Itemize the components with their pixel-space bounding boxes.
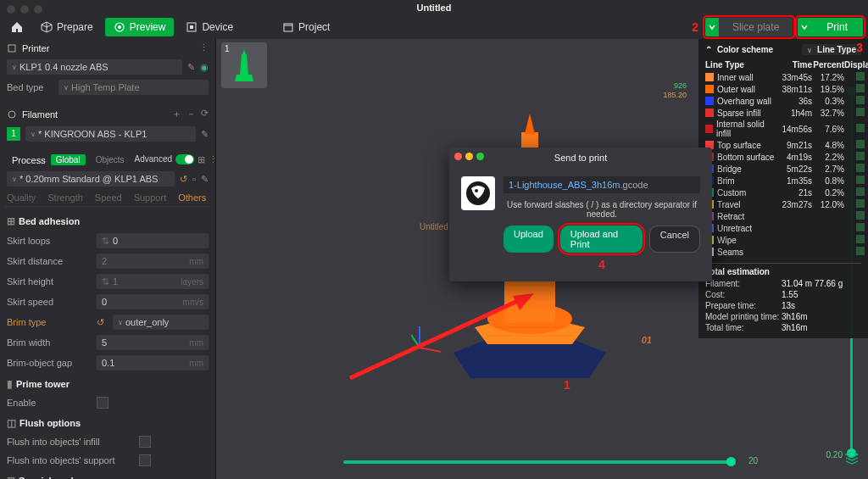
tab-preview[interactable]: Preview <box>105 18 175 36</box>
reset-icon[interactable]: ↺ <box>97 317 104 328</box>
remove-filament-button[interactable]: － <box>186 108 196 120</box>
skirt-speed-input[interactable]: 0mm/s <box>97 294 209 309</box>
est-prep-v: 13s <box>782 301 795 310</box>
layer-view-icon[interactable] <box>844 450 860 469</box>
window-traffic-lights <box>7 5 42 14</box>
tab-speed[interactable]: Speed <box>95 192 122 203</box>
display-checkbox[interactable] <box>856 152 865 160</box>
collapse-icon[interactable]: ⌃ <box>705 45 712 54</box>
compare-icon[interactable]: ⊞ <box>198 154 205 165</box>
display-checkbox[interactable] <box>856 199 865 208</box>
filament-select[interactable]: ∨* KINGROON ABS - KLP1 <box>25 126 196 142</box>
printer-select[interactable]: ∨KLP1 0.4 nozzle ABS <box>7 59 182 75</box>
scheme-row: Outer wall38m11s19.5% <box>705 83 861 95</box>
tab-support[interactable]: Support <box>134 192 167 203</box>
brim-type-select[interactable]: ∨outer_only <box>113 315 209 330</box>
filename-input[interactable]: 1-Lighthouse_ABS_3h16m.gcode <box>504 176 700 193</box>
display-checkbox[interactable] <box>856 211 865 220</box>
print-button[interactable]: Print <box>798 18 863 36</box>
process-select[interactable]: ∨* 0.20mm Standard @ KLP1 ABS <box>7 171 175 187</box>
moves-horizontal-slider[interactable]: 20 <box>343 457 732 467</box>
flush-infill-checkbox[interactable] <box>139 436 151 448</box>
display-checkbox[interactable] <box>856 140 865 148</box>
tab-others[interactable]: Others <box>178 192 206 203</box>
tower-icon: ▮ <box>7 378 13 390</box>
svg-point-28 <box>475 189 478 192</box>
display-checkbox[interactable] <box>856 247 865 255</box>
display-checkbox[interactable] <box>856 84 865 92</box>
viewport-3d[interactable]: 1 Untitled <box>216 39 868 479</box>
est-cost-v: 1.55 <box>782 290 798 299</box>
sync-filament-button[interactable]: ⟳ <box>201 108 209 120</box>
filament-edit-icon[interactable]: ✎ <box>201 129 209 140</box>
scheme-dropdown[interactable]: ∨ Line Type <box>802 44 861 55</box>
scheme-row: Internal solid infill14m56s7.6% <box>705 119 861 139</box>
brim-gap-input[interactable]: 0.1mm <box>97 355 209 370</box>
display-checkbox[interactable] <box>856 72 865 81</box>
est-filament-k: Filament: <box>705 279 782 288</box>
th-time: Time <box>775 60 812 70</box>
printer-value: KLP1 0.4 nozzle ABS <box>19 62 108 72</box>
objects-tag[interactable]: Objects <box>91 154 130 165</box>
advanced-toggle[interactable] <box>175 154 194 164</box>
svg-marker-16 <box>525 114 535 134</box>
menu-icon[interactable]: ⋮ <box>209 154 216 165</box>
dialog-hint: Use forward slashes ( / ) as a directory… <box>504 193 700 226</box>
print-dropdown[interactable] <box>798 18 811 36</box>
svg-rect-5 <box>8 45 15 52</box>
home-icon <box>10 20 24 34</box>
plate-thumbnail-1[interactable]: 1 <box>221 42 267 88</box>
hslider-knob[interactable] <box>726 457 736 466</box>
filament-value: * KINGROON ABS - KLP1 <box>38 129 147 139</box>
skirt-distance-input[interactable]: 2mm <box>97 253 209 269</box>
est-filament-v: 31.04 m 77.66 g <box>782 279 843 288</box>
display-checkbox[interactable] <box>856 187 865 196</box>
bedtype-value: High Temp Plate <box>71 82 140 92</box>
scheme-row: Seams <box>705 246 861 258</box>
home-button[interactable] <box>5 17 29 37</box>
display-checkbox[interactable] <box>856 108 865 116</box>
tab-prepare[interactable]: Prepare <box>32 18 102 36</box>
bedtype-select[interactable]: ∨High Temp Plate <box>58 80 209 95</box>
flush-support-checkbox[interactable] <box>139 454 151 466</box>
display-checkbox[interactable] <box>856 124 865 132</box>
wifi-icon[interactable]: ⋮ <box>199 42 209 53</box>
edit-icon[interactable]: ✎ <box>187 62 195 73</box>
prime-enable-checkbox[interactable] <box>97 397 108 409</box>
cancel-button[interactable]: Cancel <box>649 226 700 253</box>
cube-icon <box>41 21 53 33</box>
flush-header: ◫Flush options <box>5 412 210 432</box>
chevron-down-icon <box>709 24 715 31</box>
skirt-loops-input[interactable]: ⇅0 <box>97 233 209 248</box>
slice-plate-button[interactable]: Slice plate <box>705 18 793 36</box>
tab-device[interactable]: Device <box>177 18 242 36</box>
skirt-height-input[interactable]: ⇅1layers <box>97 274 209 289</box>
display-checkbox[interactable] <box>856 175 865 184</box>
add-filament-button[interactable]: ＋ <box>172 108 181 120</box>
tab-strength[interactable]: Strength <box>47 192 83 203</box>
main-toolbar: Prepare Preview Device Project 2 Slice p… <box>0 15 868 39</box>
upload-button[interactable]: Upload <box>504 226 554 253</box>
skirt-distance-label: Skirt distance <box>7 256 92 266</box>
adhesion-icon: ⊞ <box>7 215 15 227</box>
save-icon[interactable]: ▫ <box>192 174 196 184</box>
display-checkbox[interactable] <box>856 96 865 104</box>
slice-dropdown[interactable] <box>705 18 719 36</box>
display-checkbox[interactable] <box>856 223 865 231</box>
display-checkbox[interactable] <box>856 164 865 172</box>
dialog-title: Send to print <box>554 153 607 163</box>
scheme-row: Unretract <box>705 222 861 234</box>
upload-and-print-button[interactable]: Upload and Print <box>560 226 643 253</box>
scheme-row: Custom21s0.2% <box>705 187 861 198</box>
tab-project[interactable]: Project <box>274 18 338 36</box>
undo-icon[interactable]: ↺ <box>180 174 187 185</box>
scheme-row: Wipe <box>705 234 861 246</box>
display-checkbox[interactable] <box>856 235 865 243</box>
tab-quality[interactable]: Quality <box>7 192 36 203</box>
annotation-3: 3 <box>856 41 863 54</box>
process-edit-icon[interactable]: ✎ <box>201 174 209 185</box>
brim-width-input[interactable]: 5mm <box>97 335 209 350</box>
filament-swatch[interactable]: 1 <box>7 127 20 141</box>
est-cost-k: Cost: <box>705 290 782 299</box>
global-tag[interactable]: Global <box>51 154 86 165</box>
